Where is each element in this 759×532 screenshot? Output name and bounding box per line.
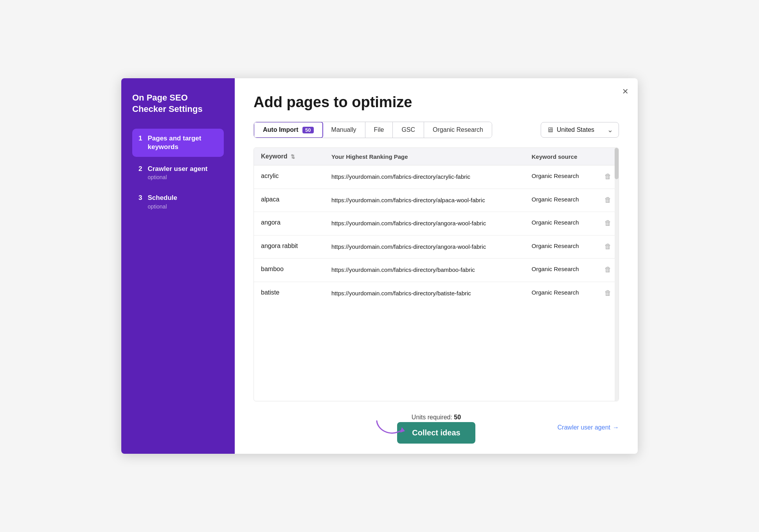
arrow-wrap: Collect ideas (397, 424, 475, 441)
step-1-number: 1 (138, 135, 142, 142)
cell-source: Organic Research (525, 259, 597, 282)
delete-row-button[interactable]: 🗑 (604, 219, 612, 227)
scrollbar[interactable] (615, 148, 619, 401)
tab-organic-research[interactable]: Organic Research (424, 122, 492, 138)
footer-right: Crawler user agent → (497, 424, 619, 431)
cell-source: Organic Research (525, 235, 597, 259)
crawler-user-agent-link[interactable]: Crawler user agent → (497, 424, 619, 431)
step-2-content: Crawler user agent optional (147, 165, 207, 180)
footer: Units required: 50 Collect ideas Crawler… (254, 411, 619, 441)
cell-source: Organic Research (525, 189, 597, 212)
tab-group: Auto Import 50 Manually File GSC Organic… (254, 122, 492, 138)
col-source: Keyword source (525, 148, 597, 165)
monitor-icon: 🖥 (547, 126, 554, 134)
cell-keyword: batiste (254, 282, 324, 305)
curved-arrow-icon (374, 418, 409, 439)
cell-keyword: acrylic (254, 165, 324, 189)
col-keyword[interactable]: Keyword ⇅ (254, 148, 324, 165)
table-row: batistehttps://yourdomain.com/fabrics-di… (254, 282, 619, 305)
arrow-right-icon: → (613, 424, 619, 431)
step-3-content: Schedule optional (147, 194, 177, 209)
delete-row-button[interactable]: 🗑 (604, 266, 612, 274)
main-content: × Add pages to optimize Auto Import 50 M… (235, 78, 638, 454)
delete-row-button[interactable]: 🗑 (604, 173, 612, 181)
tab-bar: Auto Import 50 Manually File GSC Organic… (254, 122, 619, 138)
step-3-number: 3 (138, 194, 142, 202)
delete-row-button[interactable]: 🗑 (604, 289, 612, 297)
tab-auto-import[interactable]: Auto Import 50 (254, 122, 323, 138)
keywords-table-wrap: Keyword ⇅ Your Highest Ranking Page Keyw… (254, 147, 619, 401)
sidebar-step-1[interactable]: 1 Pages and target keywords (132, 129, 224, 157)
close-button[interactable]: × (622, 86, 628, 96)
table-row: alpacahttps://yourdomain.com/fabrics-dir… (254, 189, 619, 212)
tab-file[interactable]: File (365, 122, 393, 138)
cell-source: Organic Research (525, 212, 597, 235)
svg-marker-0 (400, 427, 405, 433)
sidebar-step-2[interactable]: 2 Crawler user agent optional (132, 159, 224, 186)
cell-keyword: alpaca (254, 189, 324, 212)
auto-import-badge: 50 (302, 127, 313, 133)
cell-source: Organic Research (525, 165, 597, 189)
step-2-label: Crawler user agent (147, 165, 207, 173)
table-row: angorahttps://yourdomain.com/fabrics-dir… (254, 212, 619, 235)
cell-keyword: angora (254, 212, 324, 235)
table-body: acrylichttps://yourdomain.com/fabrics-di… (254, 165, 619, 305)
cell-page: https://yourdomain.com/fabrics-directory… (324, 165, 525, 189)
cell-page: https://yourdomain.com/fabrics-directory… (324, 212, 525, 235)
cell-keyword: bamboo (254, 259, 324, 282)
step-2-number: 2 (138, 165, 142, 173)
chevron-down-icon: ⌄ (607, 126, 613, 134)
tab-gsc[interactable]: GSC (393, 122, 424, 138)
cell-page: https://yourdomain.com/fabrics-directory… (324, 259, 525, 282)
sidebar-step-3[interactable]: 3 Schedule optional (132, 188, 224, 215)
scrollbar-thumb (615, 148, 619, 179)
country-select-inner: 🖥 United States (547, 126, 594, 134)
step-3-sublabel: optional (147, 203, 177, 210)
footer-center: Units required: 50 Collect ideas (375, 414, 497, 441)
sidebar: On Page SEO Checker Settings 1 Pages and… (121, 78, 235, 454)
table-row: bamboohttps://yourdomain.com/fabrics-dir… (254, 259, 619, 282)
tab-manually[interactable]: Manually (323, 122, 365, 138)
step-2-sublabel: optional (147, 174, 207, 180)
cell-keyword: angora rabbit (254, 235, 324, 259)
col-page: Your Highest Ranking Page (324, 148, 525, 165)
cell-page: https://yourdomain.com/fabrics-directory… (324, 282, 525, 305)
table-row: angora rabbithttps://yourdomain.com/fabr… (254, 235, 619, 259)
keywords-table: Keyword ⇅ Your Highest Ranking Page Keyw… (254, 148, 619, 305)
page-title: Add pages to optimize (254, 94, 619, 111)
delete-row-button[interactable]: 🗑 (604, 196, 612, 204)
cell-source: Organic Research (525, 282, 597, 305)
delete-row-button[interactable]: 🗑 (604, 243, 612, 251)
units-required: Units required: 50 (412, 414, 461, 421)
sort-icon: ⇅ (291, 154, 295, 160)
sidebar-title: On Page SEO Checker Settings (132, 92, 224, 115)
table-header-row: Keyword ⇅ Your Highest Ranking Page Keyw… (254, 148, 619, 165)
cell-page: https://yourdomain.com/fabrics-directory… (324, 189, 525, 212)
step-3-label: Schedule (147, 194, 177, 202)
cell-page: https://yourdomain.com/fabrics-directory… (324, 235, 525, 259)
step-1-content: Pages and target keywords (147, 134, 218, 151)
step-1-label: Pages and target keywords (147, 134, 218, 151)
country-label: United States (557, 126, 594, 133)
table-row: acrylichttps://yourdomain.com/fabrics-di… (254, 165, 619, 189)
country-select[interactable]: 🖥 United States ⌄ (541, 122, 619, 138)
modal: On Page SEO Checker Settings 1 Pages and… (121, 78, 638, 454)
